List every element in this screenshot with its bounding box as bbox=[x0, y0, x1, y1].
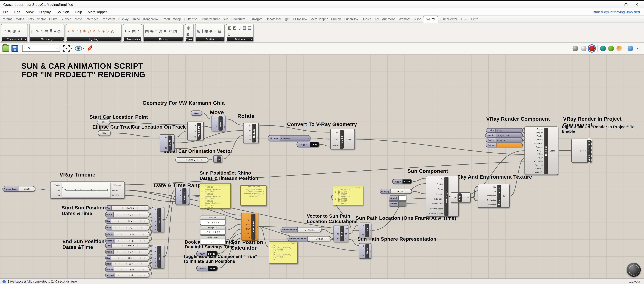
component-icon[interactable]: ◧ bbox=[228, 25, 231, 31]
node-start-minute[interactable]: Minute30 ♦ bbox=[105, 232, 150, 237]
node-lon-panel[interactable]: Longitude-78.4767 bbox=[200, 226, 226, 235]
component-icon[interactable]: ≡ bbox=[155, 28, 157, 34]
component-icon[interactable]: ◩ bbox=[233, 25, 236, 31]
tab-sets[interactable]: Sets bbox=[26, 16, 35, 23]
component-icon[interactable]: ◐ bbox=[124, 28, 127, 34]
component-icon[interactable]: ◉ bbox=[150, 28, 154, 34]
node-start-day[interactable]: Day22 ♦ bbox=[105, 218, 150, 224]
node-rdate[interactable]: ABNRDateR bbox=[175, 187, 189, 205]
component-icon[interactable]: ▩ bbox=[218, 28, 221, 34]
title-bar[interactable]: Grasshopper - sunStudyCarMovingSimplifie… bbox=[0, 1, 644, 8]
ribbon-group-label[interactable]: Scatter▾ bbox=[196, 38, 224, 41]
tab-kangaroo2[interactable]: Kangaroo2 bbox=[142, 16, 160, 23]
node-end-year[interactable]: Year2024 ♦ bbox=[105, 243, 150, 248]
component-icon[interactable]: ◈ bbox=[102, 28, 105, 34]
caret-icon[interactable]: ▾ bbox=[637, 47, 638, 50]
node-lat-panel[interactable]: Latitude38.0293 bbox=[200, 216, 226, 225]
tab-curve[interactable]: Curve bbox=[48, 16, 59, 23]
preview-wireframe-icon[interactable] bbox=[581, 45, 587, 51]
zoom-dropdown[interactable]: 85% ∨ bbox=[22, 45, 60, 52]
node-outimg-list[interactable]: Out img bbox=[486, 143, 523, 148]
ribbon-group-label[interactable]: Render▾ bbox=[144, 38, 183, 41]
node-swatch-ground[interactable]: Swatch bbox=[389, 201, 406, 206]
tab-v-ray[interactable]: V-Ray bbox=[423, 16, 438, 23]
node-geo-param[interactable]: Geo bbox=[190, 110, 202, 116]
tab-wasp[interactable]: Wasp bbox=[172, 16, 183, 23]
component-icon[interactable]: ▤ bbox=[44, 28, 48, 34]
node-end-day[interactable]: Day22 ♦ bbox=[105, 256, 150, 260]
node-render[interactable]: EngineSamplerQualityOut ImgOutput Res• C… bbox=[524, 126, 558, 175]
tab-tree8[interactable]: Tree8 bbox=[160, 16, 172, 23]
node-end-month[interactable]: Month9 ♦ bbox=[105, 249, 150, 254]
node-end-second[interactable]: Second♦ 0 bbox=[105, 273, 150, 278]
node-date-end[interactable]: YMDhmsDateD bbox=[152, 245, 164, 268]
component-icon[interactable]: ◷ bbox=[158, 28, 162, 34]
component-icon[interactable]: ☀ bbox=[92, 28, 96, 34]
tab-bowerbird[interactable]: Bowerbird bbox=[230, 16, 247, 23]
tab-anemone[interactable]: Anemone bbox=[380, 16, 397, 23]
save-file-icon[interactable] bbox=[12, 45, 18, 52]
component-icon[interactable]: ◫ bbox=[31, 28, 35, 34]
component-icon[interactable]: ▥ bbox=[242, 25, 246, 31]
component-icon[interactable]: ∫ bbox=[202, 28, 203, 34]
component-icon[interactable]: ▽ bbox=[106, 28, 109, 34]
component-icon[interactable]: ↑ bbox=[80, 28, 82, 34]
tab-surface[interactable]: Surface bbox=[59, 16, 73, 23]
component-icon[interactable]: ◍ bbox=[186, 25, 190, 31]
tab-rhino[interactable]: Rhino bbox=[130, 16, 142, 23]
tab-ivy[interactable]: Ivy bbox=[373, 16, 380, 23]
menu-view[interactable]: View bbox=[23, 10, 36, 14]
node-panel-vectors[interactable]: (0;0)(-00.994727,0.062935,-0.080983)(-10… bbox=[269, 242, 298, 264]
node-pt-param[interactable]: Pt bbox=[97, 120, 110, 125]
ribbon-group-label[interactable]: Textures▾ bbox=[227, 38, 253, 41]
node-quality-list[interactable]: QualityMedium▽ bbox=[486, 138, 523, 142]
component-icon[interactable]: ▲ bbox=[17, 28, 21, 34]
node-date-start[interactable]: YMDhmsDateD bbox=[152, 207, 164, 232]
tab-vector[interactable]: Vector bbox=[35, 16, 48, 23]
ribbon-group-label[interactable]: Environment▾ bbox=[2, 38, 27, 41]
menu-file[interactable]: File bbox=[0, 10, 11, 14]
open-file-icon[interactable] bbox=[2, 45, 9, 52]
menu-metahopper[interactable]: MetaHopper bbox=[85, 10, 110, 14]
component-icon[interactable]: ▣ bbox=[7, 28, 11, 34]
ribbon-group-label[interactable]: Lighting▾ bbox=[66, 38, 121, 41]
node-eval[interactable]: CLNEvalPTt bbox=[160, 134, 174, 152]
node-panel-dates[interactable]: (18:23:58)Sunday, September35722nd 2024(… bbox=[200, 183, 231, 208]
preview-shaded-icon[interactable] bbox=[589, 45, 595, 51]
node-mtl-name-list[interactable]: Mtl Name/offWhite▽ bbox=[268, 135, 310, 141]
node-start-second[interactable]: Second♦ 0 bbox=[105, 238, 150, 244]
preview-eye-icon[interactable] bbox=[74, 45, 82, 51]
component-icon[interactable]: ◖ bbox=[67, 28, 70, 34]
tab--it[interactable]: @it bbox=[283, 16, 291, 23]
node-item-sphere[interactable]: LiWItemi bbox=[359, 243, 372, 258]
node-swatch-filter[interactable]: Swatch bbox=[389, 196, 406, 201]
ribbon-group-label[interactable]: Materials▾ bbox=[124, 38, 141, 41]
node-init-toggle[interactable]: ToggleTrue bbox=[196, 266, 218, 271]
node-start-hour[interactable]: Hour♦ 6 bbox=[105, 225, 150, 230]
node-radius-sun-symbol[interactable]: radius sun symbol● 1.200 bbox=[288, 236, 331, 242]
node-end-minute[interactable]: Minute30 ♦ bbox=[105, 267, 150, 272]
preview-green-icon[interactable] bbox=[608, 45, 614, 51]
component-icon[interactable]: ◍ bbox=[12, 28, 16, 34]
component-icon[interactable]: ✳ bbox=[71, 28, 74, 34]
tab-human[interactable]: Human bbox=[330, 16, 343, 23]
component-icon[interactable]: ✶ bbox=[83, 28, 86, 34]
minimize-button[interactable]: — bbox=[613, 2, 617, 6]
node-intensity-slider[interactable]: Intensity● 0.30 bbox=[380, 189, 412, 194]
component-icon[interactable]: ◡ bbox=[238, 25, 241, 31]
tab-pufferfish[interactable]: Pufferfish bbox=[182, 16, 199, 23]
navigation-ball[interactable] bbox=[627, 263, 641, 277]
node-vgeo-toggle[interactable]: ToggleTrue bbox=[296, 142, 320, 148]
node-panel-setsun-info[interactable]: "Set Sun" scriptcomponent source:http://… bbox=[240, 185, 267, 206]
sketch-pen-icon[interactable] bbox=[87, 45, 93, 52]
tab-tttoolbox[interactable]: TTToolbox bbox=[291, 16, 309, 23]
tab-wb[interactable]: Wb bbox=[222, 16, 230, 23]
node-panel-sunpath[interactable]: (0;0){179.034871, -011.327238,14.575627}… bbox=[333, 186, 363, 205]
tab-quelea[interactable]: Quelea bbox=[360, 16, 373, 23]
component-icon[interactable]: ▦ bbox=[204, 28, 208, 34]
node-environment[interactable]: BgGIReflectionRefractionVolumetricEnviro… bbox=[478, 184, 510, 208]
component-icon[interactable]: ◔ bbox=[76, 28, 78, 34]
component-icon[interactable]: ↘ bbox=[97, 28, 100, 34]
menu-solution[interactable]: Solution bbox=[54, 10, 72, 14]
node-vgeo[interactable]: Geo• MtlVisibleVGeo• V Geo bbox=[330, 129, 355, 150]
